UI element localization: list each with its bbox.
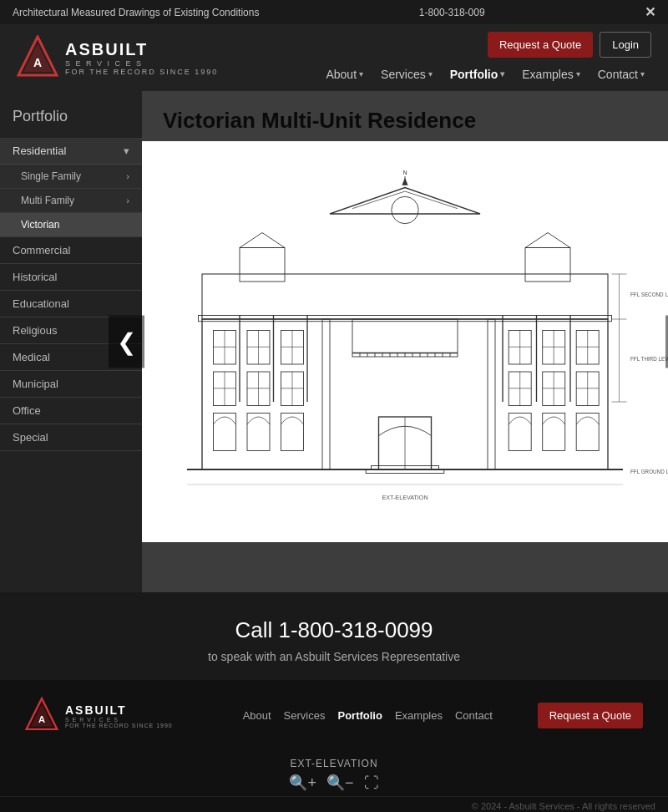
zoom-out-button[interactable]: 🔍− xyxy=(326,774,354,792)
copyright-text: © 2024 - Asbuilt Services - All rights r… xyxy=(472,801,655,811)
chevron-down-icon: ▾ xyxy=(124,145,129,157)
svg-text:FFL SECOND LEVEL: FFL SECOND LEVEL xyxy=(630,292,668,297)
header-buttons: Request a Quote Login xyxy=(488,32,651,58)
sidebar-subitem-victorian[interactable]: Victorian xyxy=(0,213,142,237)
sidebar-section-office[interactable]: Office xyxy=(0,398,142,424)
sidebar-section-special[interactable]: Special xyxy=(0,424,142,451)
footer-cta-subtitle: to speak with an Asbuilt Services Repres… xyxy=(17,650,651,663)
nav-item-contact[interactable]: Contact ▾ xyxy=(591,64,651,84)
zoom-in-button[interactable]: 🔍+ xyxy=(289,774,316,792)
nav-item-about[interactable]: About ▾ xyxy=(319,64,370,84)
chevron-right-icon: › xyxy=(126,171,129,181)
footer-logo-company: ASBUILT xyxy=(65,703,173,717)
sidebar-subitem-multi-family[interactable]: Multi Family › xyxy=(0,189,142,213)
sidebar-section-historical[interactable]: Historical xyxy=(0,264,142,291)
footer-nav-contact[interactable]: Contact xyxy=(455,709,493,722)
top-bar: Architectural Measured Drawings of Exist… xyxy=(0,0,668,24)
footer-nav-portfolio[interactable]: Portfolio xyxy=(337,709,382,722)
sidebar-section-educational[interactable]: Educational xyxy=(0,291,142,317)
top-bar-phone: 1-800-318-009 xyxy=(419,7,485,18)
main-content: Portfolio Residential ▾ Single Family › … xyxy=(0,91,668,592)
nav-item-services[interactable]: Services ▾ xyxy=(374,64,439,84)
copyright-bar: © 2024 - Asbuilt Services - All rights r… xyxy=(0,796,668,812)
image-controls: 🔍+ 🔍− ⛶ xyxy=(289,774,378,792)
footer-main: A ASBUILT S E R V I C E S FOR THE RECORD… xyxy=(0,680,668,751)
footer-nav: About Services Portfolio Examples Contac… xyxy=(215,709,521,722)
chevron-down-icon: ▾ xyxy=(500,69,504,79)
svg-text:N: N xyxy=(402,169,407,176)
header: A ASBUILT S E R V I C E S FOR THE RECORD… xyxy=(0,24,668,91)
chevron-down-icon: ▾ xyxy=(640,69,645,79)
footer-logo-text: ASBUILT S E R V I C E S FOR THE RECORD S… xyxy=(65,703,173,728)
logo-company: ASBUILT xyxy=(65,40,218,59)
image-label-bar: EXT-ELEVATION 🔍+ 🔍− ⛶ xyxy=(0,751,668,796)
image-label: EXT-ELEVATION xyxy=(290,758,377,769)
svg-text:FFL GROUND LEVEL: FFL GROUND LEVEL xyxy=(630,469,668,475)
sidebar-section-commercial[interactable]: Commercial xyxy=(0,237,142,264)
footer-logo-icon: A xyxy=(25,697,58,734)
sidebar-section-residential[interactable]: Residential ▾ xyxy=(0,138,142,165)
footer-logo-subline1: S E R V I C E S xyxy=(65,717,173,723)
chevron-down-icon: ▾ xyxy=(428,69,433,79)
logo-text: ASBUILT S E R V I C E S FOR THE RECORD S… xyxy=(65,40,218,76)
chevron-down-icon: ▾ xyxy=(359,69,363,79)
svg-text:A: A xyxy=(38,714,45,724)
lightbox-overlay: ❮ xyxy=(142,91,668,592)
close-icon[interactable]: ✕ xyxy=(645,4,655,20)
footer-nav-services[interactable]: Services xyxy=(284,709,326,722)
sidebar-title: Portfolio xyxy=(0,104,142,138)
quote-button[interactable]: Request a Quote xyxy=(488,32,593,58)
footer-cta-title: Call 1-800-318-0099 xyxy=(17,617,651,643)
sidebar-subitem-single-family[interactable]: Single Family › xyxy=(0,165,142,189)
logo-icon: A xyxy=(17,35,58,81)
nav-item-portfolio[interactable]: Portfolio ▾ xyxy=(443,64,512,84)
footer-cta: Call 1-800-318-0099 to speak with an Asb… xyxy=(0,592,668,680)
svg-text:EXT-ELEVATION: EXT-ELEVATION xyxy=(382,494,428,501)
chevron-right-icon: › xyxy=(126,195,129,206)
chevron-down-icon: ▾ xyxy=(576,69,580,79)
logo-subline1: S E R V I C E S xyxy=(65,59,218,68)
footer-quote-button[interactable]: Request a Quote xyxy=(538,703,643,728)
nav-menu: About ▾ Services ▾ Portfolio ▾ Examples … xyxy=(319,64,651,84)
footer-nav-about[interactable]: About xyxy=(243,709,271,722)
fullscreen-button[interactable]: ⛶ xyxy=(364,774,379,792)
lightbox-box: FFL THIRD LEVEL FFL SECOND LEVEL FFL GRO… xyxy=(142,141,668,542)
svg-text:A: A xyxy=(33,56,42,69)
content-panel: Victorian Multi-Unit Residence SAN FRANC… xyxy=(142,91,668,592)
building-drawing: FFL THIRD LEVEL FFL SECOND LEVEL FFL GRO… xyxy=(142,141,668,542)
sidebar-section-municipal[interactable]: Municipal xyxy=(0,371,142,398)
footer-nav-examples[interactable]: Examples xyxy=(395,709,443,722)
header-right: Request a Quote Login About ▾ Services ▾… xyxy=(319,32,651,84)
lightbox-image: FFL THIRD LEVEL FFL SECOND LEVEL FFL GRO… xyxy=(142,141,668,542)
lightbox-prev-button[interactable]: ❮ xyxy=(109,316,144,368)
login-button[interactable]: Login xyxy=(600,32,651,58)
logo: A ASBUILT S E R V I C E S FOR THE RECORD… xyxy=(17,35,218,81)
top-bar-tagline: Architectural Measured Drawings of Exist… xyxy=(13,7,259,18)
logo-subline2: FOR THE RECORD SINCE 1990 xyxy=(65,68,218,76)
footer-logo-subline2: FOR THE RECORD SINCE 1990 xyxy=(65,723,173,728)
footer-logo: A ASBUILT S E R V I C E S FOR THE RECORD… xyxy=(25,697,173,734)
nav-item-examples[interactable]: Examples ▾ xyxy=(515,64,586,84)
svg-text:FFL THIRD LEVEL: FFL THIRD LEVEL xyxy=(630,356,668,362)
